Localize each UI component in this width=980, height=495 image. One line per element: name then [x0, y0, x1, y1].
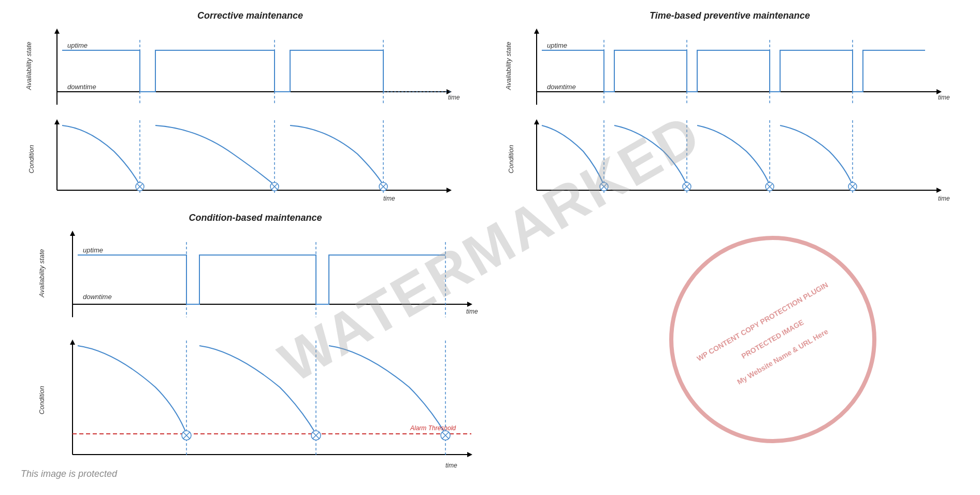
- svg-marker-78: [467, 452, 472, 457]
- timebased-title: Time-based preventive maintenance: [500, 10, 959, 21]
- svg-text:downtime: downtime: [83, 293, 112, 301]
- svg-text:Availability state: Availability state: [38, 249, 46, 298]
- svg-text:time: time: [448, 94, 460, 101]
- svg-marker-15: [446, 188, 452, 193]
- svg-text:time: time: [938, 195, 950, 202]
- main-container: Corrective maintenance Availabilit: [0, 0, 980, 495]
- svg-text:time: time: [445, 462, 457, 469]
- svg-text:uptime: uptime: [67, 41, 88, 49]
- svg-text:Condition: Condition: [27, 145, 35, 174]
- svg-text:Condition: Condition: [38, 386, 46, 415]
- conditionbased-condition-chart: Condition Alarm Threshold: [21, 335, 490, 480]
- timebased-condition-chart: Condition: [500, 118, 959, 208]
- svg-marker-45: [936, 188, 942, 193]
- svg-marker-43: [534, 119, 539, 124]
- timebased-charts: Availability state uptime downtime time: [500, 24, 959, 208]
- timebased-maintenance-panel: Time-based preventive maintenance Availa…: [500, 10, 959, 202]
- svg-marker-1: [54, 29, 60, 34]
- corrective-maintenance-panel: Corrective maintenance Availabilit: [21, 10, 480, 202]
- svg-text:uptime: uptime: [83, 246, 103, 254]
- top-row: Corrective maintenance Availabilit: [21, 10, 959, 202]
- svg-text:downtime: downtime: [547, 83, 576, 91]
- conditionbased-title: Condition-based maintenance: [21, 213, 490, 223]
- svg-text:Condition: Condition: [507, 145, 515, 174]
- svg-text:time: time: [938, 94, 950, 101]
- svg-marker-31: [534, 29, 539, 34]
- svg-text:time: time: [383, 195, 395, 202]
- svg-marker-65: [70, 231, 75, 236]
- right-placeholder: [490, 213, 959, 477]
- svg-marker-67: [467, 302, 472, 307]
- svg-marker-76: [70, 340, 75, 345]
- svg-text:Availability state: Availability state: [25, 42, 33, 91]
- conditionbased-maintenance-panel: Condition-based maintenance Availability…: [21, 213, 490, 477]
- svg-text:downtime: downtime: [67, 83, 96, 91]
- protected-text: This image is protected: [21, 469, 117, 479]
- svg-text:time: time: [466, 308, 478, 315]
- corrective-condition-chart: Condition: [21, 118, 480, 208]
- corrective-title: Corrective maintenance: [21, 10, 480, 21]
- corrective-charts: Availability state uptime downtime: [21, 24, 480, 208]
- conditionbased-charts: Availability state uptime downtime time: [21, 227, 490, 480]
- corrective-availability-chart: Availability state uptime downtime: [21, 24, 480, 118]
- svg-text:Availability state: Availability state: [505, 42, 512, 91]
- bottom-row: Condition-based maintenance Availability…: [21, 213, 959, 477]
- svg-text:Alarm Threshold: Alarm Threshold: [410, 425, 456, 432]
- conditionbased-availability-chart: Availability state uptime downtime time: [21, 227, 490, 335]
- svg-marker-13: [54, 119, 60, 124]
- svg-text:uptime: uptime: [547, 41, 567, 49]
- timebased-availability-chart: Availability state uptime downtime time: [500, 24, 959, 118]
